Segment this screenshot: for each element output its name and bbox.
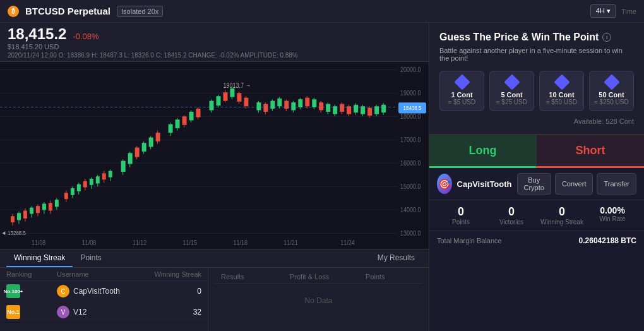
tab-points[interactable]: Points <box>73 250 109 267</box>
svg-text:19013.7 →: 19013.7 → <box>223 81 251 89</box>
stats-row: 0 Points 0 Victories 0 Winning Streak 0.… <box>429 200 644 231</box>
game-subtitle: Battle against another player in a five-… <box>439 47 634 62</box>
chart-svg: 20000.0 19000.0 18000.0 17000.0 16000.0 … <box>0 62 429 249</box>
stat-winning-streak: 0 Winning Streak <box>538 205 586 226</box>
svg-text:18000.0: 18000.0 <box>400 112 421 120</box>
svg-rect-77 <box>196 109 201 117</box>
svg-rect-57 <box>121 161 126 172</box>
long-button[interactable]: Long <box>429 135 537 168</box>
stat-victories-label: Victories <box>487 219 535 226</box>
svg-rect-119 <box>354 105 358 112</box>
pair-title: BTCUSD Perpetual <box>25 6 110 16</box>
svg-text:11/21: 11/21 <box>283 239 298 246</box>
svg-text:◄ 13288.5: ◄ 13288.5 <box>1 229 26 236</box>
price-change: -0.08% <box>73 32 98 41</box>
bet-usd-4: ≈ $250 USD <box>593 99 629 105</box>
buy-crypto-button[interactable]: Buy Crypto <box>517 173 551 195</box>
leverage-badge: Isolated 20x <box>117 6 163 17</box>
svg-text:11/12: 11/12 <box>133 239 147 246</box>
svg-text:11/15: 11/15 <box>183 239 198 246</box>
bet-card-4[interactable]: 50 Cont ≈ $250 USD <box>589 71 634 111</box>
svg-text:20000.0: 20000.0 <box>400 66 421 73</box>
price-usd: $18,415.20 USD <box>8 43 421 51</box>
game-title: Guess The Price & Win The Point i <box>439 32 634 43</box>
user-cell: V V12 <box>57 306 138 318</box>
timeframe-button[interactable]: 4H ▾ <box>590 4 616 18</box>
svg-rect-67 <box>156 133 160 141</box>
user-main-avatar: 🎯 <box>437 174 452 194</box>
rank-badge: No.1 <box>6 305 20 319</box>
svg-rect-83 <box>223 92 227 101</box>
bet-diamond-2 <box>504 74 520 90</box>
bottom-content: Ranking Username Winning Streak No.100+ <box>0 268 429 331</box>
svg-rect-115 <box>340 104 344 112</box>
streak-value: 32 <box>138 308 201 316</box>
svg-rect-71 <box>176 119 180 128</box>
svg-rect-69 <box>169 124 173 133</box>
bottom-tabs: Winning Streak Points My Results <box>0 250 429 268</box>
bet-diamond-4 <box>604 74 619 90</box>
svg-rect-127 <box>381 105 386 112</box>
col-results: Results <box>221 273 290 280</box>
svg-rect-107 <box>312 99 316 107</box>
stat-streak-value: 0 <box>538 205 586 219</box>
stat-points-value: 0 <box>437 205 485 219</box>
transfer-button[interactable]: Transfer <box>597 173 636 195</box>
svg-rect-55 <box>109 171 112 178</box>
bet-usd-1: ≈ $5 USD <box>444 99 480 105</box>
bet-diamond-3 <box>554 74 569 90</box>
svg-rect-121 <box>361 106 365 114</box>
svg-text:17000.0: 17000.0 <box>400 136 421 143</box>
svg-rect-97 <box>277 99 282 106</box>
bet-options: 1 Cont ≈ $5 USD 5 Cont ≈ $25 USD 10 Cont… <box>439 71 634 111</box>
svg-text:15000.0: 15000.0 <box>400 183 421 190</box>
bet-card-1[interactable]: 1 Cont ≈ $5 USD <box>439 71 484 111</box>
convert-button[interactable]: Convert <box>555 173 593 195</box>
my-results-tab[interactable]: My Results <box>370 250 422 267</box>
info-icon[interactable]: i <box>602 33 611 42</box>
bet-card-3[interactable]: 10 Cont ≈ $50 USD <box>539 71 584 111</box>
svg-rect-101 <box>291 102 295 110</box>
svg-text:19000.0: 19000.0 <box>400 89 421 97</box>
table-row: No.1 V V12 32 <box>0 302 208 323</box>
svg-rect-93 <box>263 104 268 112</box>
col-username: Username <box>57 270 138 278</box>
long-short-container: Long Short <box>429 135 644 168</box>
svg-rect-91 <box>256 102 261 110</box>
main-area: 18,415.2 -0.08% $18,415.20 USD 2020/11/2… <box>0 23 644 331</box>
user-cell: C CapVisitTooth <box>57 285 138 298</box>
svg-rect-47 <box>83 181 87 188</box>
svg-rect-49 <box>90 179 93 185</box>
rank-badge: No.100+ <box>6 284 20 298</box>
right-panel: Guess The Price & Win The Point i Battle… <box>429 23 644 331</box>
tab-winning-streak[interactable]: Winning Streak <box>6 250 73 267</box>
col-pnl: Profit & Loss <box>290 273 366 280</box>
bottom-panel: Winning Streak Points My Results Ranking… <box>0 249 429 331</box>
leaderboard-section: Ranking Username Winning Streak No.100+ <box>0 268 208 331</box>
svg-rect-111 <box>326 104 330 112</box>
svg-rect-85 <box>230 88 234 97</box>
short-button[interactable]: Short <box>537 135 644 168</box>
svg-text:13000.0: 13000.0 <box>400 229 421 237</box>
bet-card-2[interactable]: 5 Cont ≈ $25 USD <box>489 71 534 111</box>
stat-streak-label: Winning Streak <box>538 219 586 226</box>
chart-area: 20000.0 19000.0 18000.0 17000.0 16000.0 … <box>0 62 429 249</box>
bet-diamond-1 <box>454 74 470 90</box>
svg-rect-65 <box>149 138 153 147</box>
time-label: Time <box>621 8 636 15</box>
svg-text:14000.0: 14000.0 <box>400 206 421 214</box>
svg-rect-81 <box>216 96 220 105</box>
btc-icon: ₿ <box>8 6 19 17</box>
svg-rect-87 <box>237 93 241 102</box>
svg-rect-103 <box>298 99 302 107</box>
svg-rect-41 <box>64 193 68 199</box>
table-row: No.100+ C CapVisitTooth 0 <box>0 281 208 302</box>
svg-rect-25 <box>11 216 15 222</box>
svg-rect-37 <box>49 203 52 210</box>
svg-text:11/18: 11/18 <box>233 239 247 246</box>
svg-rect-59 <box>128 153 133 164</box>
user-section: 🎯 CapVisitTooth Buy Crypto Convert Trans… <box>429 168 644 200</box>
available-text: Available: 528 Cont <box>439 117 634 125</box>
svg-rect-113 <box>333 106 337 114</box>
stat-winrate-value: 0.00% <box>588 205 636 215</box>
